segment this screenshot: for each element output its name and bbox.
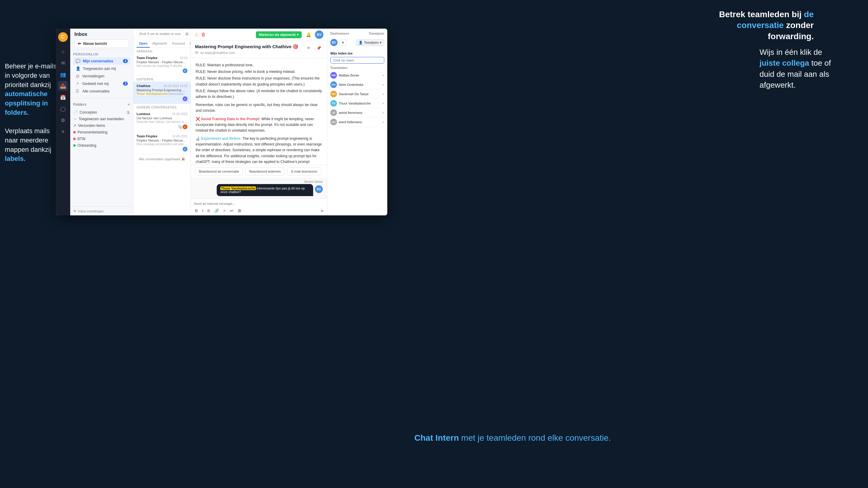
- nav-icon-circle[interactable]: ◯: [58, 104, 68, 113]
- conv-item-finplex-time: 13:04: [180, 56, 187, 60]
- reply-conversation-button[interactable]: Beantwoord de conversatie: [195, 167, 243, 175]
- conv-item-finplex2-footer: F: [136, 147, 187, 152]
- bullet-list-button[interactable]: ≡: [222, 208, 227, 214]
- shared-label: Gedeeld met mij: [82, 82, 108, 86]
- verzonden-icon: ↗: [73, 124, 76, 128]
- send-icon[interactable]: ➤: [320, 208, 324, 214]
- sidebar-item-shared[interactable]: ↗ Gedeeld met mij 3: [73, 80, 130, 87]
- thuur-add-icon[interactable]: +: [382, 101, 384, 106]
- icon-sidebar: C ⌂ ✉ 👥 📥 📅 ◯ ⚙ ≡: [56, 29, 70, 216]
- deelnemers-row: BV ▾ 👤 Toewijzen ▾: [330, 39, 384, 46]
- toewijzen-icon: 👤: [359, 41, 363, 44]
- reply-all-button[interactable]: Beantwoord iedereen: [245, 167, 285, 175]
- astrid-add-icon[interactable]: +: [382, 110, 384, 115]
- pin-icon-btn[interactable]: 📌: [315, 44, 323, 52]
- all-conversations-msg: Alle conversaties opgehaald 🎉: [133, 154, 190, 164]
- inbox-settings-icon: ⚙: [73, 209, 76, 213]
- conv-item-chathive[interactable]: Chathive 08-10-2023 14:50 Mastering Prom…: [133, 82, 190, 104]
- notification-icon[interactable]: 🔔: [304, 30, 313, 39]
- team-search-input[interactable]: [330, 57, 384, 64]
- folder-concepten[interactable]: 📄 Concepten 1: [70, 109, 133, 116]
- assigned-label: Toegewezen aan mij: [83, 67, 116, 71]
- onboarding-label: Onboarding: [78, 143, 96, 148]
- table-button[interactable]: ⊞: [237, 208, 242, 214]
- filter-icon[interactable]: ⊞: [185, 32, 189, 36]
- new-message-button[interactable]: ✏ Nieuw bericht: [74, 39, 129, 48]
- deelnemers-dropdown[interactable]: ▾: [339, 39, 347, 46]
- inbox-settings-link[interactable]: ⚙ Inbox instellingen: [73, 209, 130, 213]
- email-header-actions: 👁 📌: [305, 44, 323, 52]
- user-avatar: BV: [315, 30, 323, 39]
- italic-button[interactable]: I: [201, 208, 204, 214]
- deelnemers-dropdown-label: ▾: [342, 41, 344, 44]
- chathive-avatar: C: [183, 96, 187, 101]
- concepten-icon: 📄: [73, 110, 78, 115]
- email-avoid-heading: ❌ Avoid Training Data in the Prompt: Whi…: [195, 116, 322, 134]
- toewijzen-button[interactable]: 👤 Toewijzen ▾: [356, 39, 384, 46]
- tooltip-right-middle-text: Wijs in één klik de juiste collega toe o…: [760, 47, 831, 90]
- folder-verzonden[interactable]: ↗ Verzonden items: [70, 122, 133, 129]
- forward-button[interactable]: E-mail doorsturen: [287, 167, 321, 175]
- tab-afgewerkt[interactable]: Afgewerkt: [150, 39, 169, 47]
- eye-icon-btn[interactable]: 👁: [305, 44, 313, 52]
- niels-add-icon[interactable]: +: [382, 83, 384, 87]
- markeer-als-afgewerkt-button[interactable]: Markeren als afgewerkt ▾: [256, 31, 302, 38]
- chathive-highlight: Thuur Vandeplassche: [136, 92, 167, 96]
- sidebar-item-mentions[interactable]: @ Vermeldingen: [73, 72, 130, 80]
- email-subject-row: Mastering Prompt Engineering with Chathi…: [195, 44, 302, 50]
- conv-item-finplex2-preview: Ook vandaag verzamelden we weer alle int…: [136, 142, 187, 146]
- strikethrough-button[interactable]: S: [206, 208, 211, 214]
- nav-icon-sliders[interactable]: ≡: [58, 127, 68, 136]
- left-panel-bottom: ⚙ Inbox instellingen: [70, 206, 133, 216]
- conv-item-team-finplex-older[interactable]: Team Finplex 12-06-2023 Finplex Nieuws -…: [133, 132, 190, 154]
- nav-icon-users[interactable]: 👥: [58, 70, 68, 79]
- toewijzen-btn-label: Toewijzen: [364, 41, 378, 44]
- link-button[interactable]: 🔗: [213, 208, 220, 214]
- tab-snoozed[interactable]: Snoozed: [169, 39, 187, 47]
- chat-bubble-row: Thuur Vandeplassche interessante tips pa…: [195, 184, 323, 196]
- conv-item-team-finplex-today[interactable]: Team Finplex 13:04 Finplex Nieuws - Finp…: [133, 54, 190, 76]
- nav-icon-settings[interactable]: ⚙: [58, 116, 68, 125]
- tooltip-left-bottom-text: Verplaats mails naar meerdere mappen dan…: [5, 127, 51, 162]
- niels-name: Niels Onderbeke: [339, 83, 380, 87]
- nav-icon-inbox[interactable]: 📥: [58, 81, 68, 91]
- add-team-label: Wijs leden toe: [330, 52, 384, 55]
- email-body: RULE: Maintain a professional tone. RULE…: [191, 58, 327, 165]
- conv-item-luminus[interactable]: Luminus 15-08-2023 Uw factuur van Luminu…: [133, 110, 190, 132]
- tooltip-bottom-center-text: Chat Intern met je teamleden rond elke c…: [414, 433, 611, 443]
- markeer-label: Markeren als afgewerkt: [259, 33, 296, 36]
- conv-item-chathive-time: 08-10-2023 14:50: [164, 84, 187, 88]
- conv-item-finplex2-name: Team Finplex: [136, 134, 157, 138]
- sidebar-item-assigned-to-me[interactable]: 👤 Toegewezen aan mij: [73, 65, 130, 72]
- toewijzen-label-header: Toewijzen: [369, 32, 384, 35]
- nav-icon-home[interactable]: ⌂: [58, 47, 68, 56]
- app-topbar: ⚠ 🗑 Markeren als afgewerkt ▾ 🔔 BV: [191, 29, 327, 41]
- folder-personenbelasting[interactable]: Personenbelasting: [70, 129, 133, 135]
- mattias-add-icon[interactable]: +: [382, 73, 384, 78]
- alert-icon: ⚠: [194, 32, 198, 38]
- luminus-attach-icon: 📎: [178, 125, 183, 129]
- nav-icon-message[interactable]: ✉: [58, 58, 68, 68]
- tab-open[interactable]: Open: [136, 39, 150, 47]
- nav-icon-calendar[interactable]: 📅: [58, 93, 68, 102]
- shared-icon: ↗: [76, 82, 80, 86]
- ward-add-icon[interactable]: +: [382, 120, 384, 124]
- folder-onboarding[interactable]: Onboarding: [70, 142, 133, 149]
- chat-highlight: Thuur Vandeplassche: [220, 187, 256, 190]
- search-input[interactable]: [136, 30, 184, 37]
- savannah-add-icon[interactable]: +: [382, 92, 384, 96]
- numbered-list-button[interactable]: ≔: [228, 208, 235, 214]
- thuur-name: Thuur Vandeplassche: [339, 101, 380, 105]
- btw-label: BTW: [78, 137, 86, 141]
- folder-btw[interactable]: BTW: [70, 135, 133, 142]
- email-meta: ✉ no-reply@chathive.com: [195, 50, 302, 55]
- delete-icon[interactable]: 🗑: [201, 32, 206, 37]
- internal-message-input[interactable]: [194, 201, 324, 207]
- sidebar-item-all-conversations[interactable]: ☰ Alle conversaties: [73, 87, 130, 95]
- folder-toegewezen[interactable]: → Toegewezen aan teamleden: [70, 116, 133, 122]
- luminus-avatar: L: [183, 124, 187, 129]
- bold-button[interactable]: B: [194, 208, 199, 214]
- folders-add-icon[interactable]: +: [127, 102, 130, 107]
- sidebar-item-my-conversations[interactable]: 💬 Mijn conversaties 4: [73, 57, 130, 65]
- tab-prullenmand[interactable]: Prullenmand: [187, 39, 191, 47]
